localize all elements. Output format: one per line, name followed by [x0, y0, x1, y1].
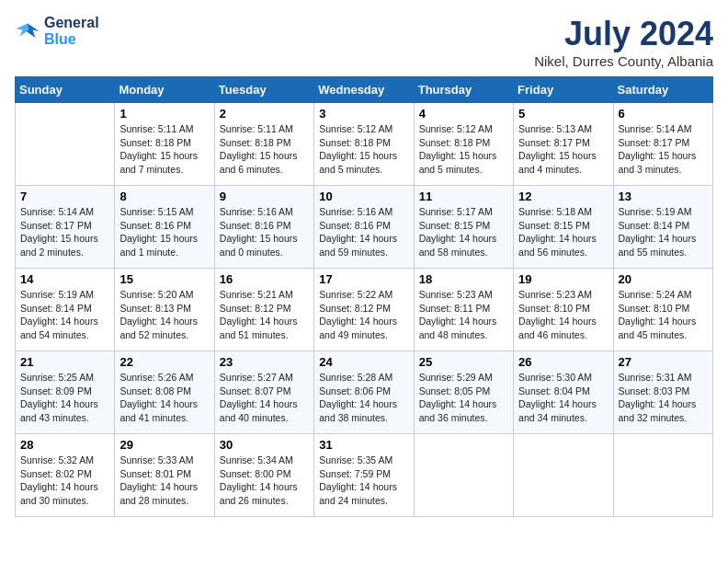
calendar-cell: 1Sunrise: 5:11 AM Sunset: 8:18 PM Daylig… [115, 103, 214, 186]
day-info: Sunrise: 5:26 AM Sunset: 8:08 PM Dayligh… [119, 371, 209, 425]
title-block: July 2024 Nikel, Durres County, Albania [534, 15, 713, 69]
day-number: 21 [20, 355, 109, 369]
logo-text: General Blue [44, 15, 99, 47]
calendar-cell: 11Sunrise: 5:17 AM Sunset: 8:15 PM Dayli… [414, 186, 513, 269]
weekday-header-thursday: Thursday [414, 77, 513, 103]
calendar-cell: 14Sunrise: 5:19 AM Sunset: 8:14 PM Dayli… [16, 269, 115, 351]
calendar-cell: 26Sunrise: 5:30 AM Sunset: 8:04 PM Dayli… [514, 351, 613, 434]
day-info: Sunrise: 5:20 AM Sunset: 8:13 PM Dayligh… [119, 288, 209, 342]
day-info: Sunrise: 5:17 AM Sunset: 8:15 PM Dayligh… [419, 205, 508, 259]
calendar-cell: 13Sunrise: 5:19 AM Sunset: 8:14 PM Dayli… [613, 186, 712, 269]
day-number: 11 [419, 190, 508, 203]
day-number: 29 [119, 438, 209, 452]
day-info: Sunrise: 5:16 AM Sunset: 8:16 PM Dayligh… [319, 205, 408, 259]
day-number: 2 [220, 107, 309, 121]
calendar-cell [414, 434, 513, 517]
calendar-cell: 10Sunrise: 5:16 AM Sunset: 8:16 PM Dayli… [314, 186, 414, 269]
calendar-week-5: 28Sunrise: 5:32 AM Sunset: 8:02 PM Dayli… [16, 434, 713, 517]
calendar-cell [16, 103, 115, 186]
day-number: 10 [319, 190, 408, 203]
day-info: Sunrise: 5:28 AM Sunset: 8:06 PM Dayligh… [319, 371, 408, 425]
weekday-header-wednesday: Wednesday [314, 77, 414, 103]
calendar-cell: 24Sunrise: 5:28 AM Sunset: 8:06 PM Dayli… [314, 351, 414, 434]
day-number: 15 [119, 272, 209, 286]
day-info: Sunrise: 5:14 AM Sunset: 8:17 PM Dayligh… [20, 205, 109, 259]
day-number: 27 [619, 355, 708, 369]
calendar-cell: 22Sunrise: 5:26 AM Sunset: 8:08 PM Dayli… [115, 351, 214, 434]
day-number: 17 [319, 272, 408, 286]
day-number: 20 [619, 272, 708, 286]
weekday-header-monday: Monday [115, 77, 214, 103]
day-number: 13 [619, 190, 708, 203]
weekday-header-tuesday: Tuesday [214, 77, 313, 103]
logo: General Blue [15, 15, 99, 47]
day-info: Sunrise: 5:35 AM Sunset: 7:59 PM Dayligh… [319, 454, 408, 508]
day-info: Sunrise: 5:11 AM Sunset: 8:18 PM Dayligh… [119, 122, 209, 177]
day-number: 23 [220, 355, 309, 369]
day-info: Sunrise: 5:12 AM Sunset: 8:18 PM Dayligh… [419, 122, 508, 177]
calendar-table: SundayMondayTuesdayWednesdayThursdayFrid… [15, 76, 713, 517]
calendar-cell: 28Sunrise: 5:32 AM Sunset: 8:02 PM Dayli… [16, 434, 115, 517]
location-title: Nikel, Durres County, Albania [534, 53, 713, 69]
day-info: Sunrise: 5:34 AM Sunset: 8:00 PM Dayligh… [220, 454, 309, 508]
day-info: Sunrise: 5:16 AM Sunset: 8:16 PM Dayligh… [220, 205, 309, 259]
day-number: 30 [220, 438, 309, 452]
day-number: 4 [419, 107, 508, 121]
day-number: 18 [419, 272, 508, 286]
calendar-cell: 16Sunrise: 5:21 AM Sunset: 8:12 PM Dayli… [214, 269, 313, 351]
page-header: General Blue July 2024 Nikel, Durres Cou… [15, 15, 713, 69]
day-info: Sunrise: 5:14 AM Sunset: 8:17 PM Dayligh… [619, 122, 708, 177]
day-number: 1 [119, 107, 209, 121]
day-number: 16 [220, 272, 309, 286]
day-number: 28 [20, 438, 109, 452]
calendar-cell: 9Sunrise: 5:16 AM Sunset: 8:16 PM Daylig… [214, 186, 313, 269]
day-number: 22 [119, 355, 209, 369]
calendar-cell: 30Sunrise: 5:34 AM Sunset: 8:00 PM Dayli… [214, 434, 313, 517]
day-info: Sunrise: 5:31 AM Sunset: 8:03 PM Dayligh… [619, 371, 708, 425]
day-number: 9 [220, 190, 309, 203]
calendar-cell: 20Sunrise: 5:24 AM Sunset: 8:10 PM Dayli… [613, 269, 712, 351]
day-info: Sunrise: 5:13 AM Sunset: 8:17 PM Dayligh… [518, 122, 608, 177]
day-number: 31 [319, 438, 408, 452]
day-info: Sunrise: 5:25 AM Sunset: 8:09 PM Dayligh… [20, 371, 109, 425]
calendar-cell: 3Sunrise: 5:12 AM Sunset: 8:18 PM Daylig… [314, 103, 414, 186]
calendar-week-1: 1Sunrise: 5:11 AM Sunset: 8:18 PM Daylig… [16, 103, 713, 186]
calendar-cell: 17Sunrise: 5:22 AM Sunset: 8:12 PM Dayli… [314, 269, 414, 351]
day-number: 7 [20, 190, 109, 203]
calendar-cell: 7Sunrise: 5:14 AM Sunset: 8:17 PM Daylig… [16, 186, 115, 269]
day-number: 5 [518, 107, 608, 121]
calendar-cell [613, 434, 712, 517]
day-info: Sunrise: 5:19 AM Sunset: 8:14 PM Dayligh… [20, 288, 109, 342]
day-info: Sunrise: 5:24 AM Sunset: 8:10 PM Dayligh… [619, 288, 708, 342]
calendar-cell: 4Sunrise: 5:12 AM Sunset: 8:18 PM Daylig… [414, 103, 513, 186]
day-info: Sunrise: 5:29 AM Sunset: 8:05 PM Dayligh… [419, 371, 508, 425]
day-info: Sunrise: 5:22 AM Sunset: 8:12 PM Dayligh… [319, 288, 408, 342]
weekday-header-sunday: Sunday [16, 77, 115, 103]
svg-marker-0 [27, 23, 40, 37]
day-number: 6 [619, 107, 708, 121]
day-number: 26 [518, 355, 608, 369]
calendar-cell: 18Sunrise: 5:23 AM Sunset: 8:11 PM Dayli… [414, 269, 513, 351]
calendar-cell: 6Sunrise: 5:14 AM Sunset: 8:17 PM Daylig… [613, 103, 712, 186]
day-info: Sunrise: 5:23 AM Sunset: 8:11 PM Dayligh… [419, 288, 508, 342]
day-number: 24 [319, 355, 408, 369]
weekday-header-row: SundayMondayTuesdayWednesdayThursdayFrid… [16, 77, 713, 103]
calendar-cell [514, 434, 613, 517]
day-info: Sunrise: 5:18 AM Sunset: 8:15 PM Dayligh… [518, 205, 608, 259]
weekday-header-friday: Friday [514, 77, 613, 103]
day-info: Sunrise: 5:27 AM Sunset: 8:07 PM Dayligh… [220, 371, 309, 425]
day-info: Sunrise: 5:19 AM Sunset: 8:14 PM Dayligh… [619, 205, 708, 259]
day-info: Sunrise: 5:12 AM Sunset: 8:18 PM Dayligh… [319, 122, 408, 177]
logo-icon [15, 18, 40, 44]
day-info: Sunrise: 5:33 AM Sunset: 8:01 PM Dayligh… [119, 454, 209, 508]
day-info: Sunrise: 5:15 AM Sunset: 8:16 PM Dayligh… [119, 205, 209, 259]
calendar-cell: 19Sunrise: 5:23 AM Sunset: 8:10 PM Dayli… [514, 269, 613, 351]
day-info: Sunrise: 5:30 AM Sunset: 8:04 PM Dayligh… [518, 371, 608, 425]
day-info: Sunrise: 5:32 AM Sunset: 8:02 PM Dayligh… [20, 454, 109, 508]
svg-marker-1 [16, 23, 28, 36]
day-number: 3 [319, 107, 408, 121]
calendar-cell: 31Sunrise: 5:35 AM Sunset: 7:59 PM Dayli… [314, 434, 414, 517]
calendar-cell: 8Sunrise: 5:15 AM Sunset: 8:16 PM Daylig… [115, 186, 214, 269]
month-title: July 2024 [534, 15, 713, 53]
calendar-cell: 23Sunrise: 5:27 AM Sunset: 8:07 PM Dayli… [214, 351, 313, 434]
